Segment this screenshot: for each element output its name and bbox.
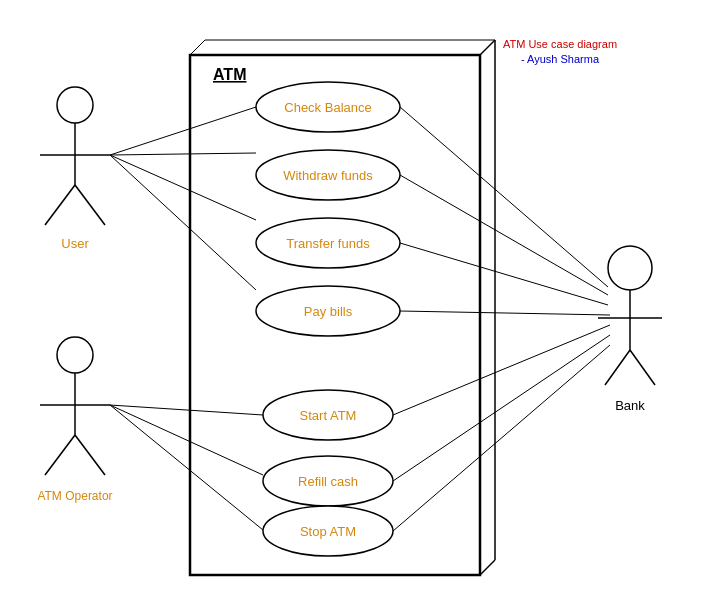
diagram: Check Balance Withdraw funds Transfer fu… bbox=[0, 0, 725, 601]
refill-cash-label: Refill cash bbox=[298, 474, 358, 489]
svg-line-1 bbox=[480, 40, 495, 55]
svg-line-15 bbox=[75, 435, 105, 475]
svg-point-16 bbox=[608, 246, 652, 290]
svg-line-4 bbox=[190, 40, 205, 55]
svg-line-20 bbox=[630, 350, 655, 385]
operator-label: ATM Operator bbox=[37, 489, 112, 503]
user-label: User bbox=[61, 236, 89, 251]
transfer-funds-label: Transfer funds bbox=[286, 236, 370, 251]
svg-line-9 bbox=[45, 185, 75, 225]
svg-line-19 bbox=[605, 350, 630, 385]
start-atm-label: Start ATM bbox=[300, 408, 357, 423]
stop-atm-label: Stop ATM bbox=[300, 524, 356, 539]
check-balance-label: Check Balance bbox=[284, 100, 371, 115]
pay-bills-label: Pay bills bbox=[304, 304, 353, 319]
svg-line-2 bbox=[480, 560, 495, 575]
bank-label: Bank bbox=[615, 398, 645, 413]
svg-line-14 bbox=[45, 435, 75, 475]
svg-point-11 bbox=[57, 337, 93, 373]
svg-line-10 bbox=[75, 185, 105, 225]
withdraw-funds-label: Withdraw funds bbox=[283, 168, 373, 183]
atm-box-title: ATM bbox=[213, 66, 246, 83]
watermark-line1: ATM Use case diagram bbox=[503, 38, 617, 50]
watermark-line2: - Ayush Sharma bbox=[521, 53, 600, 65]
svg-point-6 bbox=[57, 87, 93, 123]
